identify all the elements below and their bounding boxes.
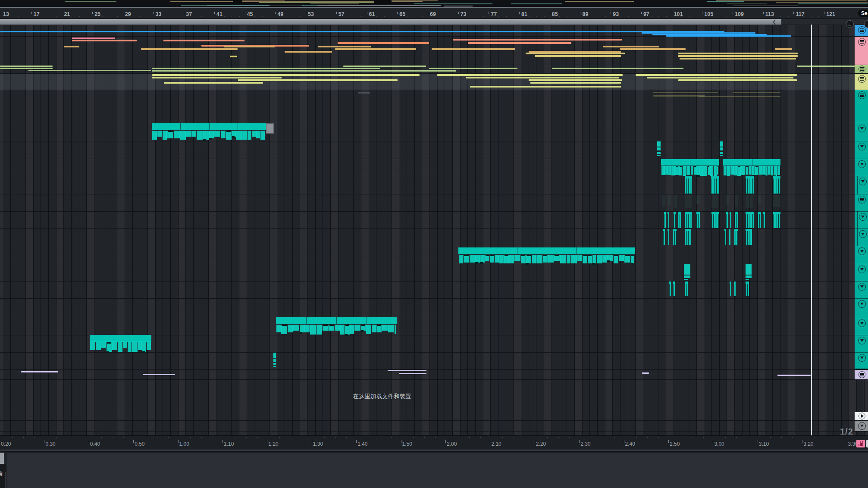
arrangement-overview[interactable] bbox=[0, 0, 868, 7]
midi-clip[interactable] bbox=[726, 212, 728, 228]
midi-clip[interactable] bbox=[273, 353, 276, 368]
midi-clip[interactable] bbox=[746, 282, 749, 296]
midi-clip[interactable] bbox=[746, 264, 752, 280]
clip-note bbox=[197, 131, 203, 140]
time-ruler[interactable]: 0:200:300:400:501:001:101:201:301:401:50… bbox=[0, 435, 868, 450]
bar-ruler-minor-tick bbox=[636, 16, 636, 17]
midi-clip[interactable] bbox=[685, 212, 692, 228]
track-row-divider bbox=[0, 141, 868, 141]
midi-clip[interactable] bbox=[667, 229, 669, 245]
midi-clip[interactable] bbox=[673, 229, 677, 245]
lane-fold-button[interactable] bbox=[859, 213, 867, 221]
midi-clip[interactable] bbox=[746, 229, 752, 245]
waveform-button[interactable] bbox=[856, 440, 865, 447]
midi-clip[interactable] bbox=[723, 159, 780, 176]
midi-clip[interactable] bbox=[684, 264, 690, 280]
midi-clip[interactable] bbox=[266, 123, 274, 134]
lane-fold-button[interactable] bbox=[858, 196, 866, 203]
unfold-triangle-icon bbox=[860, 303, 864, 305]
midi-clip[interactable] bbox=[773, 212, 780, 228]
midi-clip[interactable] bbox=[674, 212, 676, 228]
lane-fold-button[interactable] bbox=[858, 300, 866, 308]
track-purple-fold-button[interactable] bbox=[859, 371, 865, 378]
track-green-fold-button[interactable] bbox=[859, 66, 865, 72]
lane-fold-button[interactable] bbox=[858, 247, 866, 255]
midi-clip[interactable] bbox=[724, 229, 726, 245]
track-blue-fold-button[interactable] bbox=[858, 26, 866, 34]
track-lane-divider bbox=[855, 298, 868, 299]
midi-clip[interactable] bbox=[746, 176, 754, 194]
clip-note bbox=[724, 166, 727, 175]
midi-clip[interactable] bbox=[696, 212, 700, 228]
midi-clip[interactable] bbox=[664, 212, 666, 228]
arrangement-area[interactable]: 在这里加载文件和装置 bbox=[0, 25, 868, 435]
time-ruler-minor-tick bbox=[12, 437, 13, 438]
midi-clip[interactable] bbox=[711, 176, 719, 194]
ghost-clip bbox=[735, 195, 738, 207]
midi-clip[interactable] bbox=[730, 212, 731, 228]
lane-fold-button[interactable] bbox=[858, 160, 866, 168]
back-arrow-button[interactable]: ← bbox=[846, 20, 854, 28]
midi-clip[interactable] bbox=[657, 141, 661, 158]
midi-clip[interactable] bbox=[276, 317, 397, 335]
clip-note bbox=[203, 131, 209, 140]
midi-clip[interactable] bbox=[763, 212, 765, 228]
track-teal-group-fold-button[interactable] bbox=[858, 91, 866, 99]
set-button[interactable]: Se bbox=[858, 9, 868, 17]
midi-clip[interactable] bbox=[458, 247, 635, 263]
time-ruler-label: 3:10 bbox=[759, 441, 769, 447]
clip-note bbox=[242, 131, 247, 140]
lane-fold-button[interactable] bbox=[858, 143, 866, 150]
midi-clip[interactable] bbox=[685, 176, 692, 194]
midi-clip[interactable] bbox=[685, 282, 688, 296]
track-yellow-fold-button[interactable] bbox=[858, 75, 866, 83]
midi-clip[interactable] bbox=[669, 282, 671, 296]
track-pink-fold-button[interactable] bbox=[858, 38, 866, 46]
clip-note-foot bbox=[300, 332, 302, 334]
lane-fold-button[interactable] bbox=[859, 178, 867, 185]
clip-note bbox=[592, 255, 596, 263]
lane-fold-button[interactable] bbox=[858, 354, 866, 362]
lane-fold-button[interactable] bbox=[858, 266, 866, 273]
midi-clip[interactable] bbox=[734, 229, 738, 245]
midi-clip[interactable] bbox=[773, 176, 780, 194]
note-segment bbox=[678, 55, 798, 57]
bar-ruler-minor-tick bbox=[529, 16, 530, 17]
lane-fold-button[interactable] bbox=[859, 230, 867, 238]
midi-clip[interactable] bbox=[730, 282, 731, 296]
midi-clip[interactable] bbox=[663, 229, 665, 245]
midi-clip[interactable] bbox=[685, 229, 691, 245]
track-gray-fold-button[interactable] bbox=[858, 422, 866, 430]
lane-fold-button[interactable] bbox=[858, 125, 866, 132]
time-ruler-minor-tick bbox=[168, 437, 169, 438]
midi-clip[interactable] bbox=[758, 212, 761, 228]
midi-clip[interactable] bbox=[711, 212, 719, 228]
midi-clip[interactable] bbox=[729, 229, 730, 245]
midi-clip[interactable] bbox=[661, 159, 719, 176]
lane-fold-button[interactable] bbox=[858, 283, 866, 291]
midi-clip[interactable] bbox=[678, 212, 681, 228]
insert-marker[interactable] bbox=[811, 25, 812, 435]
midi-clip[interactable] bbox=[152, 123, 266, 140]
device-view-panel[interactable] bbox=[7, 452, 868, 488]
midi-clip[interactable] bbox=[734, 282, 736, 296]
clip-note bbox=[276, 325, 281, 332]
lane-fold-button[interactable] bbox=[858, 337, 866, 344]
clip-note bbox=[180, 131, 186, 140]
horizontal-scrollbar[interactable] bbox=[0, 19, 781, 25]
midi-clip[interactable] bbox=[746, 212, 754, 228]
panel-side-scrollbar[interactable] bbox=[5, 472, 6, 488]
bar-ruler[interactable]: 1317212529333741454953576165697377818589… bbox=[0, 8, 868, 19]
note-segment bbox=[529, 79, 622, 81]
midi-clip[interactable] bbox=[673, 282, 675, 296]
midi-clip[interactable] bbox=[735, 212, 738, 228]
midi-clip[interactable] bbox=[720, 141, 723, 158]
lane-fold-button[interactable] bbox=[858, 319, 866, 327]
panel-side-handle[interactable] bbox=[0, 453, 4, 464]
cropped-side-button[interactable] bbox=[866, 440, 868, 447]
clip-note bbox=[186, 131, 191, 137]
midi-clip[interactable] bbox=[667, 212, 669, 228]
bar-ruler-label: 41 bbox=[216, 11, 222, 17]
track-white-fold-button[interactable] bbox=[859, 413, 865, 419]
midi-clip[interactable] bbox=[90, 335, 151, 352]
